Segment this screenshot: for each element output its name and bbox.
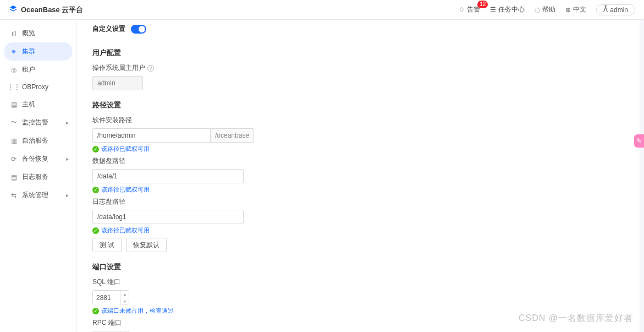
user-icon: ᐰ [603, 6, 608, 14]
backup-icon: ⟳ [10, 155, 18, 163]
reset-paths-button[interactable]: 恢复默认 [126, 238, 167, 252]
brand: OceanBase 云平台 [9, 4, 83, 15]
bars-icon: ıll [10, 30, 18, 37]
sidebar-item-system[interactable]: ⇆系统管理▸ [0, 186, 76, 204]
owner-label: 操作系统属主用户 ? [92, 63, 624, 73]
rpc-port-label: RPC 端口 [92, 318, 624, 328]
sidebar-item-host[interactable]: ▤主机 [0, 95, 76, 113]
check-icon: ✓ [92, 146, 99, 153]
data-path-status: ✓该路径已赋权可用 [92, 186, 624, 194]
logo-icon [9, 4, 18, 15]
help-label: 帮助 [542, 5, 555, 14]
proxy-icon: ⋮⋮ [10, 83, 18, 91]
custom-toggle[interactable] [131, 25, 146, 34]
install-path-suffix: /oceanbase [211, 128, 254, 143]
install-path-status: ✓该路径已赋权可用 [92, 145, 624, 153]
alarm-badge: 12 [477, 1, 488, 8]
sidebar-item-cluster[interactable]: ✴集群 [4, 42, 72, 61]
sidebar-item-log[interactable]: ▤日志服务 [0, 168, 76, 186]
sidebar-item-backup[interactable]: ⟳备份恢复▸ [0, 150, 76, 168]
bell-icon: ♢ [459, 6, 465, 14]
sql-port-label: SQL 端口 [92, 277, 624, 287]
side-widget-icon[interactable]: ✎ [634, 134, 644, 148]
check-icon: ✓ [92, 227, 99, 234]
lang-switch[interactable]: ⊕ 中文 [565, 5, 586, 14]
sidebar-item-overview[interactable]: ıll概览 [0, 24, 76, 42]
chevron-right-icon: ▸ [66, 119, 69, 126]
step-down-icon[interactable]: ▾ [121, 298, 129, 305]
path-section-title: 路径设置 [92, 100, 624, 110]
top-bar: OceanBase 云平台 ♢ 告警 12 ☰ 任务中心 ◌ 帮助 ⊕ 中文 ᐰ [0, 0, 644, 20]
owner-input [92, 76, 143, 90]
system-icon: ⇆ [10, 192, 18, 199]
question-icon[interactable]: ? [147, 65, 154, 72]
log-icon: ▤ [10, 173, 18, 181]
user-menu[interactable]: ᐰ admin [596, 4, 635, 15]
sql-port-status: ✓该端口未被占用，检查通过 [92, 307, 624, 315]
check-icon: ✓ [92, 187, 99, 193]
sidebar-item-tenant[interactable]: ◎租户 [0, 61, 76, 79]
sidebar-item-monitor[interactable]: 〜监控告警▸ [0, 113, 76, 132]
step-up-icon[interactable]: ▴ [121, 291, 129, 298]
help-icon: ◌ [535, 6, 540, 14]
chevron-right-icon: ▸ [66, 192, 69, 198]
data-path-label: 数据盘路径 [92, 156, 624, 166]
custom-toggle-label: 自定义设置 [92, 24, 125, 34]
sidebar-item-obproxy[interactable]: ⋮⋮OBProxy [0, 79, 76, 95]
log-path-status: ✓该路径已赋权可用 [92, 226, 624, 235]
lang-label: 中文 [573, 5, 586, 14]
monitor-icon: 〜 [10, 118, 18, 127]
log-path-label: 日志盘路径 [92, 197, 624, 206]
data-path-input[interactable] [92, 169, 244, 183]
sidebar-item-autonomy[interactable]: ▥自治服务 [0, 132, 76, 150]
log-path-input[interactable] [92, 210, 244, 224]
sql-port-input[interactable] [93, 291, 120, 305]
user-label: admin [610, 6, 628, 14]
help-link[interactable]: ◌ 帮助 [535, 5, 555, 14]
cluster-icon: ✴ [10, 48, 18, 56]
tasks-label: 任务中心 [498, 5, 525, 14]
test-paths-button[interactable]: 测 试 [92, 238, 122, 252]
list-icon: ☰ [490, 6, 496, 14]
sidebar: ıll概览 ✴集群 ◎租户 ⋮⋮OBProxy ▤主机 〜监控告警▸ ▥自治服务… [0, 20, 77, 332]
sql-port-stepper[interactable]: ▴▾ [92, 290, 129, 304]
host-icon: ▤ [10, 101, 18, 108]
main-content: 自定义设置 用户配置 操作系统属主用户 ? 路径设置 软件安装路径 /ocean… [77, 20, 644, 332]
user-section-title: 用户配置 [92, 48, 624, 58]
install-path-label: 软件安装路径 [92, 116, 624, 125]
top-actions: ♢ 告警 12 ☰ 任务中心 ◌ 帮助 ⊕ 中文 ᐰ admin [459, 4, 635, 15]
globe-icon: ⊕ [565, 6, 571, 14]
brand-title: OceanBase 云平台 [21, 5, 83, 15]
alarm-link[interactable]: ♢ 告警 12 [459, 5, 480, 14]
tenant-icon: ◎ [10, 66, 18, 74]
port-section-title: 端口设置 [92, 262, 624, 272]
tasks-link[interactable]: ☰ 任务中心 [490, 5, 525, 14]
autonomy-icon: ▥ [10, 137, 18, 145]
check-icon: ✓ [92, 308, 99, 314]
install-path-input[interactable] [92, 128, 211, 143]
chevron-right-icon: ▸ [66, 156, 69, 162]
